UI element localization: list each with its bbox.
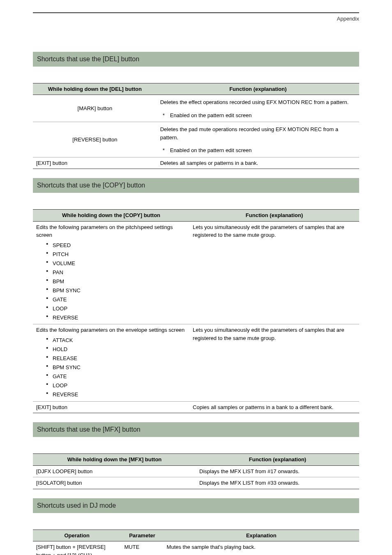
del-desc-1: Deletes the pad mute operations recorded… — [157, 122, 359, 157]
dj-table: Operation Parameter Explanation [SHIFT] … — [33, 530, 359, 555]
table-row: [MARK] button Deletes the effect operati… — [33, 95, 359, 122]
mfx-op-0: [DJFX LOOPER] button — [33, 465, 196, 477]
list-item: HOLD — [46, 345, 186, 354]
mfx-desc-0: Displays the MFX LIST from #17 onwards. — [196, 465, 359, 477]
list-item: BPM — [46, 277, 186, 286]
table-row: [SHIFT] button + [REVERSE] button + pad … — [33, 541, 359, 555]
del-desc-text-0: Deletes the effect operations recorded u… — [160, 97, 356, 108]
appendix-label: Appendix — [337, 16, 359, 22]
del-desc-text-1: Deletes the pad mute operations recorded… — [160, 124, 356, 143]
table-row: [EXIT] button Copies all samples or patt… — [33, 401, 359, 413]
mfx-op-1: [ISOLATOR] button — [33, 477, 196, 489]
del-note-1: *Enabled on the pattern edit screen — [160, 146, 356, 155]
table-row: [EXIT] button Deletes all samples or pat… — [33, 157, 359, 169]
copy-row3-desc: Copies all samples or patterns in a bank… — [189, 401, 359, 413]
del-op-2: [EXIT] button — [33, 157, 157, 169]
del-col2-header: Function (explanation) — [157, 83, 359, 95]
list-item: BPM SYNC — [46, 286, 186, 295]
list-item: PAN — [46, 268, 186, 277]
dj-col1-header: Operation — [33, 530, 121, 541]
dj-op-0: [SHIFT] button + [REVERSE] button + pad … — [33, 541, 121, 555]
del-desc-0: Deletes the effect operations recorded u… — [157, 95, 359, 122]
copy-col1-header: While holding down the [COPY] button — [33, 210, 189, 222]
del-note-0: *Enabled on the pattern edit screen — [160, 111, 356, 120]
copy-group1-intro: Edits the following parameters on the pi… — [36, 223, 186, 239]
list-item: VOLUME — [46, 259, 186, 268]
list-item: GATE — [46, 372, 186, 381]
copy-group2-intro: Edits the following parameters on the en… — [36, 326, 186, 334]
del-op-1: [REVERSE] button — [33, 122, 157, 157]
dj-desc-0: Mutes the sample that's playing back. — [164, 541, 359, 555]
list-item: ATTACK — [46, 336, 186, 345]
list-item: LOOP — [46, 304, 186, 313]
section-title-dj: Shortcuts used in DJ mode — [33, 498, 359, 513]
copy-group2-cell: Edits the following parameters on the en… — [33, 324, 189, 401]
dj-param-0: MUTE — [121, 541, 163, 555]
copy-group2-desc: Lets you simultaneously edit the paramet… — [189, 324, 359, 401]
dj-col2-header: Parameter — [121, 530, 163, 541]
del-table: While holding down the [DEL] button Func… — [33, 83, 359, 169]
table-row: [REVERSE] button Deletes the pad mute op… — [33, 122, 359, 157]
table-row: Edits the following parameters on the pi… — [33, 221, 359, 324]
del-desc-2: Deletes all samples or patterns in a ban… — [157, 157, 359, 169]
dj-col3-header: Explanation — [164, 530, 359, 541]
del-op-0: [MARK] button — [33, 95, 157, 122]
copy-table: While holding down the [COPY] button Fun… — [33, 209, 359, 413]
table-row: [DJFX LOOPER] button Displays the MFX LI… — [33, 465, 359, 477]
mfx-col2-header: Function (explanation) — [196, 454, 359, 466]
page-header: Appendix — [33, 12, 359, 23]
section-title-copy: Shortcuts that use the [COPY] button — [33, 178, 359, 193]
list-item: PITCH — [46, 250, 186, 259]
del-col1-header: While holding down the [DEL] button — [33, 83, 157, 95]
list-item: SPEED — [46, 241, 186, 250]
mfx-desc-1: Displays the MFX LIST from #33 onwards. — [196, 477, 359, 489]
list-item: REVERSE — [46, 390, 186, 399]
copy-group2-params: ATTACK HOLD RELEASE BPM SYNC GATE LOOP R… — [36, 336, 186, 400]
list-item: REVERSE — [46, 313, 186, 322]
copy-group1-desc: Lets you simultaneously edit the paramet… — [189, 221, 359, 324]
copy-row3-op: [EXIT] button — [33, 401, 189, 413]
mfx-col1-header: While holding down the [MFX] button — [33, 454, 196, 466]
list-item: BPM SYNC — [46, 363, 186, 372]
section-title-del: Shortcuts that use the [DEL] button — [33, 52, 359, 67]
copy-group1-params: SPEED PITCH VOLUME PAN BPM BPM SYNC GATE… — [36, 241, 186, 323]
section-title-mfx: Shortcuts that use the [MFX] button — [33, 422, 359, 437]
table-row: [ISOLATOR] button Displays the MFX LIST … — [33, 477, 359, 489]
copy-group1-cell: Edits the following parameters on the pi… — [33, 221, 189, 324]
table-row: Edits the following parameters on the en… — [33, 324, 359, 401]
list-item: LOOP — [46, 381, 186, 390]
list-item: RELEASE — [46, 354, 186, 363]
copy-col2-header: Function (explanation) — [189, 210, 359, 222]
mfx-table: While holding down the [MFX] button Func… — [33, 453, 359, 489]
list-item: GATE — [46, 295, 186, 304]
